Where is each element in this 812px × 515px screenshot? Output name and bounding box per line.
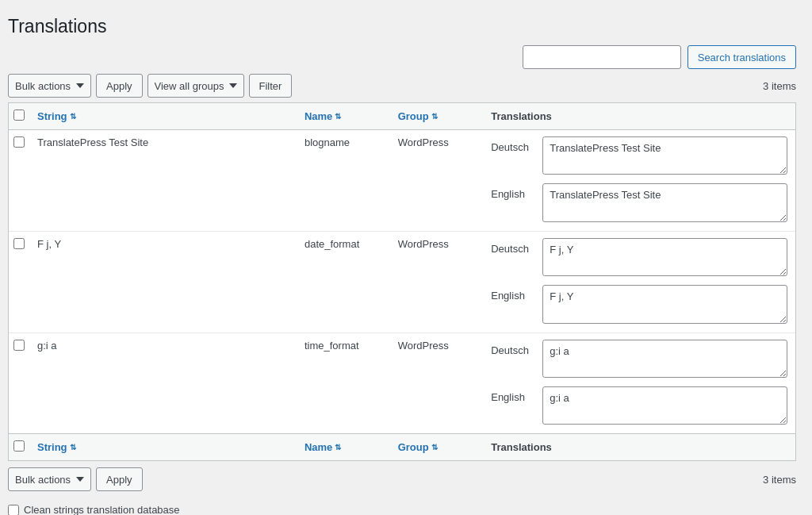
lang-label-1-1: English <box>491 285 534 302</box>
translation-row-0-0: Deutsch <box>491 136 787 177</box>
translation-textarea-0-1[interactable] <box>542 183 787 221</box>
row-string-1: F j, Y <box>29 231 297 332</box>
bottom-toolbar: Bulk actions Apply 3 items <box>8 467 796 491</box>
top-toolbar: Bulk actions Apply View all groups Filte… <box>8 74 796 98</box>
row-checkbox-cell-0[interactable] <box>9 130 29 232</box>
items-count-top: 3 items <box>763 80 796 92</box>
group-footer-sort-link[interactable]: Group ⇅ <box>398 441 438 453</box>
view-all-groups-select[interactable]: View all groups <box>147 74 244 98</box>
translation-row-2-1: English <box>491 386 787 427</box>
group-footer-header: Group ⇅ <box>390 434 484 461</box>
row-checkbox-cell-2[interactable] <box>9 332 29 434</box>
translation-row-1-0: Deutsch <box>491 238 787 279</box>
filter-button[interactable]: Filter <box>249 74 293 98</box>
translations-footer-header: Translations <box>483 434 795 461</box>
row-string-0: TranslatePress Test Site <box>29 130 297 232</box>
search-translations-button[interactable]: Search translations <box>688 45 796 69</box>
group-sort-icon: ⇅ <box>431 112 438 121</box>
select-all-checkbox[interactable] <box>13 110 25 121</box>
string-footer-sort-icon: ⇅ <box>70 443 76 452</box>
translation-textarea-2-0[interactable] <box>542 340 787 378</box>
row-group-1: WordPress <box>390 231 484 332</box>
apply-button-bottom[interactable]: Apply <box>96 467 143 491</box>
group-column-header: Group ⇅ <box>390 103 484 130</box>
translations-table-container: String ⇅ Name ⇅ Group ⇅ <box>8 102 796 461</box>
string-column-header: String ⇅ <box>29 103 297 130</box>
row-group-2: WordPress <box>390 332 484 434</box>
select-all-header[interactable] <box>9 103 29 130</box>
apply-button-top[interactable]: Apply <box>96 74 143 98</box>
search-input[interactable] <box>523 45 681 69</box>
translation-row-1-1: English <box>491 285 787 325</box>
group-footer-sort-icon: ⇅ <box>431 443 438 452</box>
clean-strings-checkbox[interactable] <box>8 505 19 515</box>
row-checkbox-cell-1[interactable] <box>9 231 29 332</box>
table-row: TranslatePress Test SiteblognameWordPres… <box>9 130 795 232</box>
string-sort-link[interactable]: String ⇅ <box>37 110 76 122</box>
select-all-footer-header[interactable] <box>9 434 29 461</box>
items-count-bottom: 3 items <box>763 474 796 486</box>
name-sort-icon: ⇅ <box>335 112 341 121</box>
name-footer-sort-link[interactable]: Name ⇅ <box>304 441 341 453</box>
translation-textarea-2-1[interactable] <box>542 386 787 425</box>
group-sort-link[interactable]: Group ⇅ <box>398 110 438 122</box>
table-body: TranslatePress Test SiteblognameWordPres… <box>9 130 795 434</box>
page-title: Translations <box>8 16 796 37</box>
string-footer-sort-link[interactable]: String ⇅ <box>37 441 76 453</box>
row-name-2: time_format <box>297 332 390 434</box>
clean-strings-section: Clean strings translation database Use t… <box>8 504 796 515</box>
lang-label-2-1: English <box>491 386 534 403</box>
translations-column-header: Translations <box>483 103 795 130</box>
bulk-actions-select-top[interactable]: Bulk actions <box>8 74 91 98</box>
bulk-actions-select-bottom[interactable]: Bulk actions <box>8 467 91 491</box>
lang-label-0-1: English <box>491 183 534 200</box>
row-name-1: date_format <box>297 231 390 332</box>
row-translations-0: DeutschEnglish <box>483 130 795 232</box>
row-translations-1: DeutschEnglish <box>483 231 795 332</box>
table-row: F j, Ydate_formatWordPressDeutschEnglish <box>9 231 795 332</box>
row-string-2: g:i a <box>29 332 297 434</box>
row-checkbox-0[interactable] <box>13 136 25 148</box>
string-footer-header: String ⇅ <box>29 434 297 461</box>
translation-row-0-1: English <box>491 183 787 224</box>
row-checkbox-1[interactable] <box>13 238 25 249</box>
row-checkbox-2[interactable] <box>13 340 25 351</box>
name-footer-header: Name ⇅ <box>297 434 390 461</box>
row-group-0: WordPress <box>390 130 484 232</box>
lang-label-2-0: Deutsch <box>491 340 534 356</box>
name-sort-link[interactable]: Name ⇅ <box>304 110 341 122</box>
clean-strings-label[interactable]: Clean strings translation database <box>8 504 796 515</box>
translation-textarea-0-0[interactable] <box>542 136 787 175</box>
translations-table: String ⇅ Name ⇅ Group ⇅ <box>9 103 795 460</box>
translation-textarea-1-0[interactable] <box>542 238 787 276</box>
table-header-row: String ⇅ Name ⇅ Group ⇅ <box>9 103 795 130</box>
lang-label-1-0: Deutsch <box>491 238 534 255</box>
row-translations-2: DeutschEnglish <box>483 332 795 434</box>
select-all-footer-checkbox[interactable] <box>13 440 25 452</box>
row-name-0: blogname <box>297 130 390 232</box>
table-row: g:i atime_formatWordPressDeutschEnglish <box>9 332 795 434</box>
translation-row-2-0: Deutsch <box>491 340 787 380</box>
translation-textarea-1-1[interactable] <box>542 285 787 323</box>
table-footer-row: String ⇅ Name ⇅ Group ⇅ <box>9 434 795 461</box>
string-sort-icon: ⇅ <box>70 112 76 121</box>
name-column-header: Name ⇅ <box>297 103 390 130</box>
lang-label-0-0: Deutsch <box>491 136 534 153</box>
name-footer-sort-icon: ⇅ <box>335 443 341 452</box>
